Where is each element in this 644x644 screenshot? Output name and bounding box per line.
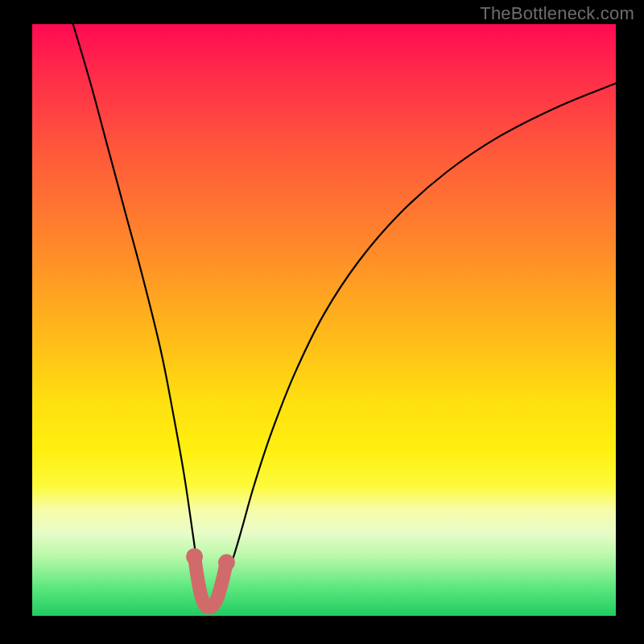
chart-svg [32, 24, 616, 616]
watermark-text: TheBottleneck.com [480, 3, 634, 24]
chart-frame: TheBottleneck.com [0, 0, 644, 644]
plot-area [32, 24, 616, 616]
main-curve [73, 24, 616, 612]
highlight-endpoint [186, 548, 203, 565]
highlight-endpoint [218, 554, 235, 571]
